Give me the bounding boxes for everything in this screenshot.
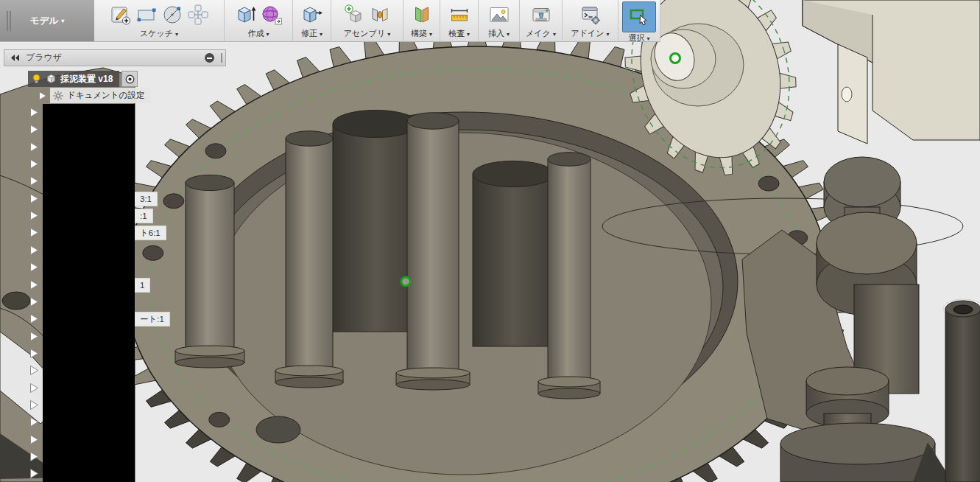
expand-chevron-icon[interactable] bbox=[29, 451, 39, 462]
toolbar-section-label[interactable]: アドイン▾ bbox=[569, 28, 610, 42]
new-sketch-icon[interactable] bbox=[109, 1, 133, 28]
make-3d-print-icon[interactable] bbox=[529, 1, 553, 28]
toolbar-section-label[interactable]: スケッチ▾ bbox=[138, 28, 180, 42]
tree-item-label-partial[interactable]: 3:1 bbox=[135, 192, 158, 206]
browser-panel-header[interactable]: ブラウザ bbox=[4, 49, 226, 66]
root-node-chip[interactable]: 採泥装置 v18 bbox=[28, 71, 119, 87]
chevron-down-icon: ▾ bbox=[175, 31, 178, 38]
toolbar-section-7: 挿入▾ bbox=[479, 0, 520, 41]
document-settings-node[interactable]: ドキュメントの設定 bbox=[38, 88, 151, 103]
expand-chevron-icon[interactable] bbox=[29, 124, 39, 135]
component-icon bbox=[46, 74, 57, 85]
toolbar-section-10: 選択▾ bbox=[618, 0, 660, 41]
expand-chevron-icon[interactable] bbox=[29, 158, 39, 170]
expand-chevron-icon[interactable] bbox=[29, 296, 39, 307]
sketch-rectangle-icon[interactable] bbox=[135, 1, 158, 28]
bolt-hole bbox=[143, 245, 163, 260]
toolbar-section-label[interactable]: メイク▾ bbox=[524, 28, 557, 42]
post-cylinder[interactable] bbox=[548, 159, 591, 382]
root-node-label: 採泥装置 v18 bbox=[60, 73, 113, 85]
tree-item-label-partial[interactable]: ート:1 bbox=[135, 312, 170, 326]
chevron-down-icon: ▾ bbox=[61, 18, 64, 24]
toolbar-section-3: 修正▾ bbox=[293, 0, 331, 41]
toolbar-section-label[interactable]: 挿入▾ bbox=[487, 28, 511, 42]
form-icon[interactable] bbox=[260, 1, 283, 28]
gear-icon bbox=[53, 91, 63, 101]
browser-panel-title: ブラウザ bbox=[26, 52, 205, 64]
browser-root-node[interactable]: 採泥装置 v18 bbox=[28, 71, 138, 87]
expand-chevron-icon[interactable] bbox=[29, 245, 39, 256]
minimize-icon[interactable] bbox=[205, 53, 214, 63]
expand-chevron-icon[interactable] bbox=[29, 262, 39, 273]
tree-item-label-partial[interactable]: 1 bbox=[135, 278, 150, 293]
joint-icon[interactable] bbox=[368, 1, 392, 28]
extrude-icon[interactable] bbox=[234, 1, 258, 28]
expand-chevron-icon[interactable] bbox=[29, 468, 39, 479]
toolbar-grip[interactable] bbox=[7, 11, 8, 31]
toolbar-section-8: メイク▾ bbox=[520, 0, 563, 41]
expand-chevron-icon[interactable] bbox=[29, 175, 39, 186]
scripts-addins-icon[interactable] bbox=[579, 1, 602, 28]
press-pull-icon[interactable] bbox=[300, 1, 324, 28]
chevron-down-icon: ▾ bbox=[266, 31, 269, 38]
viewport-3d[interactable] bbox=[0, 0, 980, 482]
tube-cylinder[interactable] bbox=[945, 309, 980, 482]
visibility-bulb-icon[interactable] bbox=[31, 73, 42, 85]
toolbar-section-label[interactable]: 選択▾ bbox=[627, 32, 651, 46]
resize-grip-icon[interactable] bbox=[221, 53, 222, 63]
tree-item-label-partial[interactable]: :1 bbox=[135, 209, 153, 223]
origin-marker[interactable] bbox=[401, 277, 410, 286]
document-settings-chip[interactable]: ドキュメントの設定 bbox=[50, 88, 151, 103]
document-settings-label: ドキュメントの設定 bbox=[67, 90, 144, 101]
toolbar-section-label[interactable]: 構築▾ bbox=[409, 28, 434, 42]
sketch-circle-icon[interactable] bbox=[161, 1, 184, 28]
post-cylinder[interactable] bbox=[333, 124, 418, 332]
cap-cylinder[interactable] bbox=[824, 157, 900, 207]
activate-radio-icon[interactable] bbox=[121, 71, 138, 87]
toolbar-section-label[interactable]: アセンブリ▾ bbox=[342, 28, 392, 42]
toolbar-section-5: 構築▾ bbox=[403, 0, 440, 41]
expand-chevron-icon[interactable] bbox=[29, 331, 39, 342]
toolbar-section-label[interactable]: 作成▾ bbox=[246, 28, 270, 42]
expand-chevron-icon[interactable] bbox=[29, 279, 39, 290]
chevron-down-icon: ▾ bbox=[607, 31, 610, 38]
toolbar-section-label[interactable]: 検査▾ bbox=[447, 28, 471, 42]
chevron-down-icon: ▾ bbox=[467, 31, 470, 38]
sketch-move-icon[interactable] bbox=[186, 1, 210, 28]
redaction-overlay bbox=[43, 104, 135, 482]
expand-chevron-icon[interactable] bbox=[29, 365, 39, 376]
expand-chevron-icon[interactable] bbox=[29, 348, 39, 359]
post-cylinder[interactable] bbox=[407, 121, 459, 373]
tree-item-label-partial[interactable]: ト6:1 bbox=[135, 226, 166, 240]
toolbar-section-label[interactable]: 修正▾ bbox=[300, 28, 324, 42]
workspace-label: モデル bbox=[30, 15, 58, 27]
collapse-double-left-icon[interactable] bbox=[10, 54, 20, 62]
post-cylinder[interactable] bbox=[473, 174, 554, 346]
expand-chevron-icon[interactable] bbox=[29, 383, 39, 394]
expand-chevron-icon[interactable] bbox=[29, 227, 39, 238]
construction-plane-icon[interactable] bbox=[410, 1, 434, 28]
bolt-hole bbox=[163, 194, 184, 209]
expand-chevron-icon[interactable] bbox=[29, 142, 39, 153]
expand-chevron-icon[interactable] bbox=[29, 416, 39, 427]
bolt-hole bbox=[758, 176, 779, 191]
expand-chevron-icon[interactable] bbox=[38, 91, 47, 101]
pinion-center-marker[interactable] bbox=[671, 54, 680, 63]
post-cylinder[interactable] bbox=[186, 183, 234, 351]
chevron-down-icon: ▾ bbox=[320, 31, 322, 38]
toolbar-section-9: アドイン▾ bbox=[563, 0, 618, 41]
expand-chevron-icon[interactable] bbox=[29, 434, 39, 445]
expand-chevron-icon[interactable] bbox=[29, 399, 39, 411]
expand-chevron-icon[interactable] bbox=[29, 193, 39, 204]
new-component-icon[interactable] bbox=[342, 1, 366, 28]
cad-app-window: モデル ▾ スケッチ▾作成▾修正▾アセンブリ▾構築▾検査▾挿入▾メイク▾アドイン… bbox=[0, 0, 980, 482]
insert-image-icon[interactable] bbox=[487, 1, 511, 28]
measure-icon[interactable] bbox=[448, 1, 471, 28]
expand-chevron-icon[interactable] bbox=[29, 107, 39, 118]
post-cylinder[interactable] bbox=[286, 139, 333, 371]
toolbar-section-4: アセンブリ▾ bbox=[331, 0, 403, 41]
expand-chevron-icon[interactable] bbox=[29, 210, 39, 221]
expand-chevron-icon[interactable] bbox=[29, 313, 39, 324]
workspace-switcher[interactable]: モデル ▾ bbox=[0, 0, 94, 41]
select-icon[interactable] bbox=[622, 1, 656, 32]
